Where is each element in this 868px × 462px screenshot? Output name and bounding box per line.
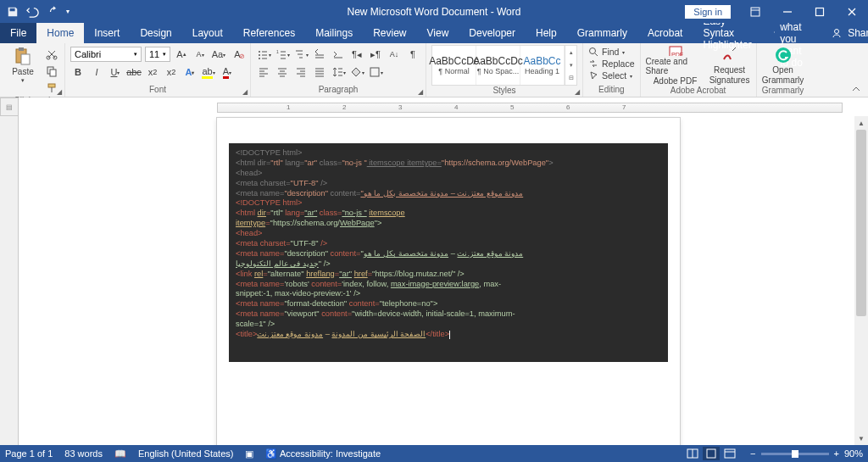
justify[interactable] (312, 64, 327, 80)
vertical-scrollbar[interactable]: ▲ ▼ (854, 116, 868, 445)
tab-file[interactable]: File (0, 23, 36, 43)
share-button[interactable]: Share (821, 23, 868, 43)
subscript-button[interactable]: x2 (145, 64, 160, 80)
highlight-color[interactable]: ab▾ (201, 64, 216, 80)
spell-check-icon[interactable]: 📖 (114, 448, 126, 459)
zoom-level[interactable]: 90% (844, 448, 863, 459)
tab-home[interactable]: Home (36, 23, 84, 43)
word-count[interactable]: 83 words (64, 448, 103, 459)
print-layout-view[interactable] (703, 447, 720, 460)
undo-button[interactable] (25, 0, 41, 23)
copy-button[interactable] (44, 64, 59, 79)
request-signatures-button[interactable]: RequestSignatures (709, 45, 751, 86)
sign-in-button[interactable]: Sign in (685, 5, 731, 19)
clipboard-dialog-launcher[interactable]: ◢ (57, 88, 62, 96)
numbering-button[interactable]: 1▾ (275, 47, 290, 62)
tab-mailings[interactable]: Mailings (305, 23, 363, 43)
style-normal[interactable]: AaBbCcDc¶ Normal (432, 46, 476, 85)
scroll-down[interactable]: ▼ (854, 431, 868, 445)
font-color[interactable]: A▾ (220, 64, 235, 80)
zoom-out[interactable]: − (750, 448, 755, 459)
macro-icon[interactable]: ▣ (245, 448, 253, 459)
underline-button[interactable]: U▾ (108, 64, 123, 80)
align-right[interactable] (293, 64, 309, 80)
paragraph-dialog-launcher[interactable]: ◢ (418, 88, 423, 96)
tab-layout[interactable]: Layout (182, 23, 233, 43)
shading[interactable]: ▾ (349, 64, 364, 80)
zoom-control[interactable]: − + 90% (750, 448, 863, 459)
increase-font-size[interactable]: A▴ (174, 47, 189, 62)
style-no-spacing[interactable]: AaBbCcDc¶ No Spac... (476, 46, 520, 85)
font-dialog-launcher[interactable]: ◢ (242, 88, 248, 96)
language-status[interactable]: English (United States) (138, 448, 234, 459)
zoom-in[interactable]: + (834, 448, 839, 459)
tell-me-search[interactable]: Tell me what you want to do (762, 23, 821, 43)
horizontal-ruler[interactable]: ▤ 1234567 (0, 97, 868, 116)
qat-customize[interactable]: ▾ (66, 0, 70, 23)
create-share-pdf-button[interactable]: PDF Create and ShareAdobe PDF (646, 45, 705, 86)
strikethrough-button[interactable]: abc (126, 64, 142, 80)
align-left[interactable] (256, 64, 271, 80)
minimize-button[interactable] (771, 0, 804, 23)
styles-gallery-more[interactable]: ▴▾⊟ (565, 46, 576, 85)
tab-grammarly[interactable]: Grammarly (567, 23, 637, 43)
open-grammarly-button[interactable]: OpenGrammarly (762, 45, 804, 86)
bullets-button[interactable]: ▾ (256, 47, 271, 62)
change-case[interactable]: Aa▾ (211, 47, 226, 62)
tab-view[interactable]: View (417, 23, 459, 43)
ribbon-display-options[interactable] (739, 0, 771, 23)
accessibility-status[interactable]: ♿ Accessibility: Investigate (265, 448, 381, 459)
replace-button[interactable]: Replace (588, 58, 635, 69)
page[interactable]: <!DOCTYPE html><html dir="rtl" lang="ar"… (217, 118, 680, 445)
scroll-thumb[interactable] (856, 130, 866, 316)
decrease-font-size[interactable]: A▾ (192, 47, 208, 62)
font-size-combo[interactable]: 11▾ (145, 47, 170, 62)
save-button[interactable] (7, 0, 19, 23)
vertical-ruler[interactable] (0, 116, 19, 445)
select-button[interactable]: Select▾ (588, 70, 635, 81)
web-layout-view[interactable] (721, 447, 738, 460)
zoom-slider[interactable] (761, 453, 829, 455)
show-paragraph-marks[interactable]: ¶ (405, 47, 420, 62)
borders-button[interactable]: ▾ (368, 64, 383, 80)
maximize-button[interactable] (804, 0, 836, 23)
clear-formatting[interactable]: A⊘ (230, 47, 245, 62)
sort-button[interactable]: A↓ (387, 47, 402, 62)
paste-button[interactable]: Paste ▾ (5, 45, 41, 86)
ltr-direction[interactable]: ¶◂ (349, 47, 364, 62)
tab-help[interactable]: Help (526, 23, 567, 43)
collapse-ribbon[interactable] (844, 43, 868, 97)
read-mode-view[interactable] (684, 447, 701, 460)
superscript-button[interactable]: x2 (164, 64, 179, 80)
text-effects[interactable]: A▾ (182, 64, 198, 80)
redo-button[interactable] (47, 0, 59, 23)
font-name-combo[interactable]: Calibri▾ (70, 47, 142, 62)
signature-icon (721, 46, 739, 64)
decrease-indent[interactable] (312, 47, 327, 62)
tab-easy-syntax[interactable]: Easy Syntax Highlighter (693, 23, 761, 43)
multilevel-list[interactable]: ▾ (293, 47, 309, 62)
find-button[interactable]: Find▾ (588, 47, 635, 57)
tab-acrobat[interactable]: Acrobat (637, 23, 693, 43)
styles-gallery[interactable]: AaBbCcDc¶ Normal AaBbCcDc¶ No Spac... Aa… (431, 45, 577, 86)
increase-indent[interactable] (331, 47, 346, 62)
tab-developer[interactable]: Developer (459, 23, 526, 43)
tab-insert[interactable]: Insert (84, 23, 130, 43)
style-heading1[interactable]: AaBbCcHeading 1 (520, 46, 565, 85)
tab-references[interactable]: References (233, 23, 305, 43)
ruler-corner[interactable]: ▤ (0, 97, 19, 116)
rtl-direction[interactable]: ▸¶ (368, 47, 383, 62)
bold-button[interactable]: B (70, 64, 86, 80)
italic-button[interactable]: I (89, 64, 104, 80)
tab-design[interactable]: Design (130, 23, 181, 43)
tab-review[interactable]: Review (363, 23, 416, 43)
code-block[interactable]: <!DOCTYPE html><html dir="rtl" lang="ar"… (229, 143, 668, 362)
line-spacing[interactable]: ▾ (331, 64, 346, 80)
cut-button[interactable] (44, 47, 59, 62)
scroll-up[interactable]: ▲ (854, 116, 868, 130)
document-area[interactable]: <!DOCTYPE html><html dir="rtl" lang="ar"… (19, 116, 854, 445)
align-center[interactable] (275, 64, 290, 80)
styles-dialog-launcher[interactable]: ◢ (575, 88, 580, 96)
close-button[interactable] (836, 0, 868, 23)
page-count[interactable]: Page 1 of 1 (5, 448, 53, 459)
